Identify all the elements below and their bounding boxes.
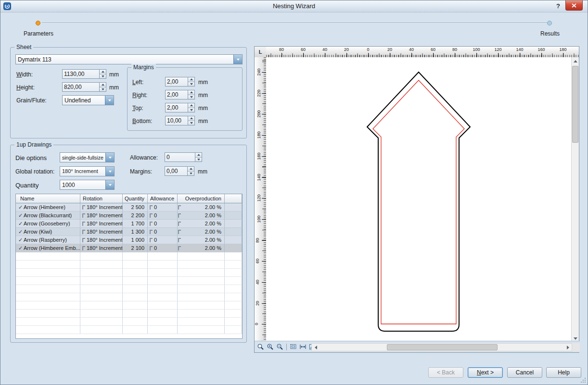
margin-bottom-value[interactable]: 10,00 xyxy=(166,116,188,125)
spin-down-icon[interactable] xyxy=(100,74,106,79)
resize-grip[interactable] xyxy=(580,377,586,383)
column-header-overproduction[interactable]: Overproduction xyxy=(178,194,225,203)
row-check-icon[interactable]: ✓ xyxy=(17,236,24,244)
cell-quantity[interactable]: 1 300 xyxy=(123,228,148,236)
cell-quantity[interactable]: 1 700 xyxy=(123,220,148,227)
cell-quantity[interactable]: 1 000 xyxy=(123,236,148,244)
table-row[interactable]: ✓Arrow (Himbeere Emb...180° Increment2 1… xyxy=(16,244,242,252)
spin-down-icon[interactable] xyxy=(188,82,194,87)
titlebar[interactable]: Nesting Wizard ? xyxy=(0,0,588,12)
table-row[interactable]: ✓Arrow (Raspberry)180° Increment1 00002.… xyxy=(16,236,242,244)
row-check-icon[interactable]: ✓ xyxy=(17,211,24,219)
cell-quantity[interactable]: 2 500 xyxy=(123,203,148,211)
column-header-name[interactable]: Name xyxy=(16,194,80,203)
cell-overproduction[interactable]: 2.00 % xyxy=(178,203,225,211)
fit-width-icon[interactable] xyxy=(299,343,307,351)
cell-overproduction[interactable]: 2.00 % xyxy=(178,244,225,252)
margin-left-spinner[interactable] xyxy=(188,77,194,86)
height-value[interactable]: 820,00 xyxy=(63,83,99,91)
cell-overproduction[interactable]: 2.00 % xyxy=(178,220,225,227)
spin-down-icon[interactable] xyxy=(100,87,106,92)
cell-overproduction[interactable]: 2.00 % xyxy=(178,211,225,219)
column-header-rotation[interactable]: Rotation xyxy=(80,194,123,203)
margin-top-value[interactable]: 2,00 xyxy=(166,103,188,112)
allowance-spinner[interactable] xyxy=(195,153,202,161)
cell-allowance[interactable]: 0 xyxy=(148,228,178,236)
preview-canvas[interactable] xyxy=(266,57,572,342)
cell-quantity[interactable]: 2 100 xyxy=(123,244,148,252)
margin-bottom-spinner[interactable] xyxy=(188,116,194,125)
horizontal-scroll-thumb[interactable] xyxy=(387,344,498,350)
ruler-origin-button[interactable]: L xyxy=(255,47,267,58)
scroll-left-icon[interactable] xyxy=(312,344,320,351)
margin-right-spinner[interactable] xyxy=(188,90,194,99)
drawings-margins-value[interactable]: 0,00 xyxy=(165,167,187,175)
margin-top-spinner[interactable] xyxy=(188,103,194,112)
row-check-icon[interactable]: ✓ xyxy=(17,228,24,236)
scroll-up-icon[interactable] xyxy=(572,57,579,65)
spin-down-icon[interactable] xyxy=(188,108,194,112)
cell-name[interactable]: ✓Arrow (Blackcurrant) xyxy=(16,211,80,219)
margin-right-value[interactable]: 2,00 xyxy=(166,90,188,99)
zoom-in-icon[interactable] xyxy=(266,343,274,351)
spin-up-icon[interactable] xyxy=(100,83,106,87)
vertical-scrollbar[interactable] xyxy=(571,57,579,342)
cell-allowance[interactable]: 0 xyxy=(148,244,178,252)
allowance-value[interactable]: 0 xyxy=(165,153,195,161)
cell-allowance[interactable]: 0 xyxy=(148,236,178,244)
cancel-button[interactable]: Cancel xyxy=(507,367,542,378)
table-row[interactable]: ✓Arrow (Gooseberry)180° Increment1 70002… xyxy=(16,220,242,228)
zoom-selection-icon[interactable] xyxy=(256,343,265,351)
back-button[interactable]: < Back xyxy=(428,367,463,378)
width-field[interactable]: 1130,00 xyxy=(62,69,106,79)
drawings-margins-field[interactable]: 0,00 xyxy=(165,166,194,176)
margin-left-value[interactable]: 2,00 xyxy=(166,77,188,86)
chevron-down-icon[interactable] xyxy=(105,153,114,162)
spin-down-icon[interactable] xyxy=(195,157,202,162)
close-button[interactable] xyxy=(565,0,583,11)
help-button[interactable]: ? xyxy=(554,2,562,11)
spin-down-icon[interactable] xyxy=(188,95,194,99)
help-footer-button[interactable]: Help xyxy=(546,367,581,378)
row-check-icon[interactable]: ✓ xyxy=(17,220,24,227)
scroll-right-icon[interactable] xyxy=(564,344,572,351)
die-options-combo[interactable]: single-side-fullsize xyxy=(60,152,115,162)
cell-rotation[interactable]: 180° Increment xyxy=(80,228,123,236)
spin-up-icon[interactable] xyxy=(100,70,106,74)
width-spinner[interactable] xyxy=(99,70,106,78)
cell-name[interactable]: ✓Arrow (Kiwi) xyxy=(16,228,80,236)
cell-overproduction[interactable]: 2.00 % xyxy=(178,236,225,244)
cell-name[interactable]: ✓Arrow (Himbeere) xyxy=(16,203,80,211)
margin-top-field[interactable]: 2,00 xyxy=(165,103,195,112)
row-check-icon[interactable]: ✓ xyxy=(17,244,24,252)
spin-up-icon[interactable] xyxy=(188,90,194,95)
drawings-margins-spinner[interactable] xyxy=(187,167,194,175)
zoom-out-icon[interactable] xyxy=(276,343,284,351)
chevron-down-icon[interactable] xyxy=(105,167,114,176)
margin-left-field[interactable]: 2,00 xyxy=(165,77,195,87)
cell-rotation[interactable]: 180° Increment xyxy=(80,220,123,227)
table-row[interactable]: ✓Arrow (Blackcurrant)180° Increment2 200… xyxy=(16,211,242,220)
cell-allowance[interactable]: 0 xyxy=(148,203,178,211)
cell-rotation[interactable]: 180° Increment xyxy=(80,203,123,211)
grain-flute-combo[interactable]: Undefined xyxy=(62,95,114,105)
spin-up-icon[interactable] xyxy=(188,116,194,121)
cell-allowance[interactable]: 0 xyxy=(148,220,178,227)
cell-rotation[interactable]: 180° Increment xyxy=(80,236,123,244)
cell-rotation[interactable]: 180° Increment xyxy=(80,211,123,219)
spin-up-icon[interactable] xyxy=(195,153,202,157)
cell-name[interactable]: ✓Arrow (Himbeere Emb... xyxy=(16,244,80,252)
fit-page-icon[interactable] xyxy=(289,343,297,351)
table-row[interactable]: ✓Arrow (Kiwi)180° Increment1 30002.00 % xyxy=(16,228,242,236)
spin-up-icon[interactable] xyxy=(188,103,194,108)
next-button[interactable]: Next > xyxy=(468,367,503,378)
quantity-combo[interactable]: 1000 xyxy=(60,180,115,190)
sheet-combo[interactable]: Dymatrix 113 xyxy=(15,54,243,64)
cell-overproduction[interactable]: 2.00 % xyxy=(178,228,225,236)
global-rotation-combo[interactable]: 180° Increment xyxy=(60,166,115,176)
vertical-scroll-thumb[interactable] xyxy=(572,66,578,143)
column-header-quantity[interactable]: Quantity xyxy=(123,194,148,203)
cell-rotation[interactable]: 180° Increment xyxy=(80,244,123,252)
cell-quantity[interactable]: 2 200 xyxy=(123,211,148,219)
cell-allowance[interactable]: 0 xyxy=(148,211,178,219)
